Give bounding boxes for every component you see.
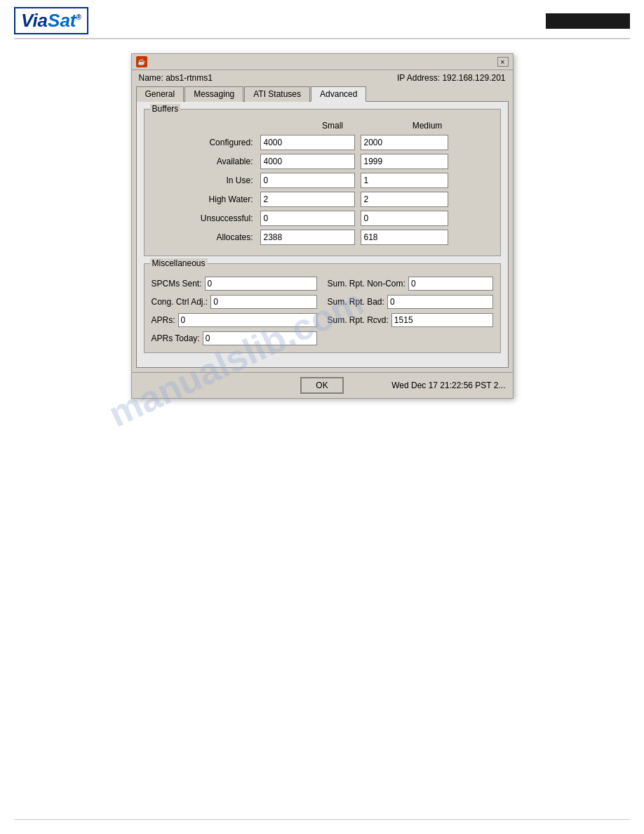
tab-ati-statuses[interactable]: ATI Statuses [244,86,310,102]
buffers-section: Buffers Small Medium Configured: Availab… [144,109,501,256]
available-label: Available: [152,157,260,166]
title-bar: ☕ × [132,54,513,70]
misc-section-title: Miscellaneous [150,258,208,268]
dialog-info-row: Name: abs1-rtnms1 IP Address: 192.168.12… [132,70,513,86]
unsuccessful-small-input[interactable] [260,211,355,226]
footer-timestamp: Wed Dec 17 21:22:56 PST 2... [344,380,506,390]
configured-small-input[interactable] [260,135,355,150]
inuse-medium-input[interactable] [361,173,448,188]
title-bar-left: ☕ [136,56,147,67]
rcvd-input[interactable] [391,313,493,327]
close-button[interactable]: × [497,57,509,67]
misc-row-noncom: Sum. Rpt. Non-Com: [328,277,493,291]
misc-row-aprs-today: APRs Today: [152,331,317,345]
unsuccessful-label: Unsuccessful: [152,213,260,223]
ip-value: 192.168.129.201 [442,73,505,83]
allocates-label: Allocates: [152,232,260,242]
spcms-label: SPCMs Sent: [152,279,202,289]
misc-grid: SPCMs Sent: Cong. Ctrl Adj.: APRs: [152,277,493,345]
misc-row-bad: Sum. Rpt. Bad: [328,295,493,309]
ip-info: IP Address: 192.168.129.201 [397,73,506,83]
logo-container: ViaSat® [14,7,91,34]
misc-row-aprs: APRs: [152,313,317,327]
buffers-col-medium: Medium [382,121,473,131]
footer-divider [14,819,630,820]
noncom-label: Sum. Rpt. Non-Com: [328,279,405,289]
highwater-label: High Water: [152,194,260,204]
buffers-section-title: Buffers [150,104,181,114]
aprs-today-label: APRs Today: [152,333,200,343]
misc-row-cong: Cong. Ctrl Adj.: [152,295,317,309]
tabs-container: General Messaging ATI Statuses Advanced [132,86,513,101]
tab-messaging[interactable]: Messaging [185,86,243,102]
buffer-row-inuse: In Use: [152,173,493,188]
cong-input[interactable] [210,295,316,309]
name-label: Name: [139,73,163,83]
unsuccessful-medium-input[interactable] [361,211,448,226]
header-dark-block [546,13,630,29]
allocates-small-input[interactable] [260,230,355,245]
tab-general[interactable]: General [136,86,185,102]
available-small-input[interactable] [260,154,355,169]
rcvd-label: Sum. Rpt. Rcvd: [328,315,389,325]
misc-section: Miscellaneous SPCMs Sent: Cong. Ctrl Adj… [144,263,501,353]
ok-button[interactable]: OK [300,377,343,394]
buffer-row-highwater: High Water: [152,192,493,207]
bad-label: Sum. Rpt. Bad: [328,297,384,307]
java-icon: ☕ [136,56,147,67]
ip-label: IP Address: [397,73,440,83]
dialog-footer: OK Wed Dec 17 21:22:56 PST 2... [132,372,513,398]
dialog-body: Buffers Small Medium Configured: Availab… [136,101,509,368]
name-info: Name: abs1-rtnms1 [139,73,213,83]
dialog-window: ☕ × Name: abs1-rtnms1 IP Address: 192.16… [131,53,514,399]
tab-advanced[interactable]: Advanced [311,86,366,102]
page-content: ☕ × Name: abs1-rtnms1 IP Address: 192.16… [0,39,644,413]
buffers-header: Small Medium [152,121,493,131]
buffer-row-available: Available: [152,154,493,169]
misc-row-rcvd: Sum. Rpt. Rcvd: [328,313,493,327]
bad-input[interactable] [387,295,493,309]
spcms-input[interactable] [205,277,317,291]
noncom-input[interactable] [408,277,493,291]
aprs-label: APRs: [152,315,175,325]
allocates-medium-input[interactable] [361,230,448,245]
aprs-input[interactable] [178,313,317,327]
available-medium-input[interactable] [361,154,448,169]
aprs-today-input[interactable] [203,331,317,345]
cong-label: Cong. Ctrl Adj.: [152,297,208,307]
page-header: ViaSat® [0,0,644,38]
misc-left-col: SPCMs Sent: Cong. Ctrl Adj.: APRs: [152,277,317,345]
buffer-row-configured: Configured: [152,135,493,150]
configured-label: Configured: [152,138,260,147]
buffer-row-unsuccessful: Unsuccessful: [152,211,493,226]
buffer-row-allocates: Allocates: [152,230,493,245]
logo-text: ViaSat® [21,10,81,31]
highwater-small-input[interactable] [260,192,355,207]
inuse-label: In Use: [152,176,260,185]
highwater-medium-input[interactable] [361,192,448,207]
name-value: abs1-rtnms1 [166,73,213,83]
misc-row-spcms: SPCMs Sent: [152,277,317,291]
configured-medium-input[interactable] [361,135,448,150]
misc-right-col: Sum. Rpt. Non-Com: Sum. Rpt. Bad: Sum. R… [328,277,493,345]
inuse-small-input[interactable] [260,173,355,188]
buffers-col-small: Small [283,121,382,131]
